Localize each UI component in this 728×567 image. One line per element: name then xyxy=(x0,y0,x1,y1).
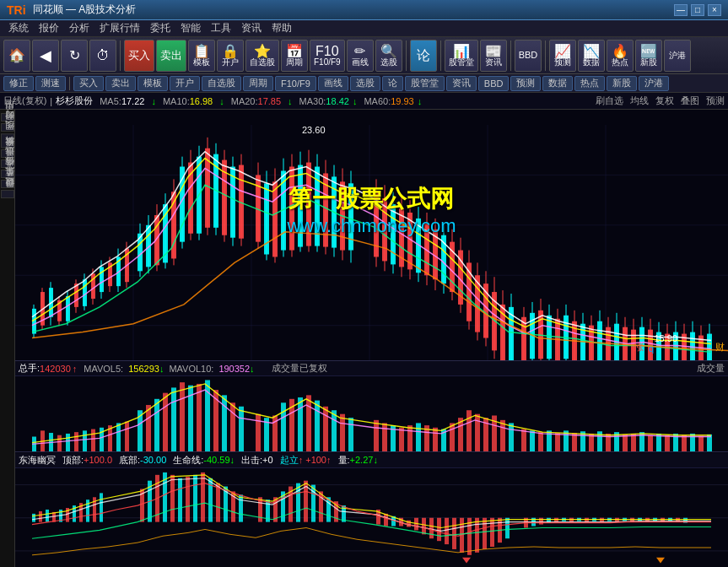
menu-tools[interactable]: 工具 xyxy=(206,20,236,37)
sep-tb2-1 xyxy=(69,77,70,90)
tb-ipo[interactable]: 🆕 新股 xyxy=(635,40,662,72)
menu-ai[interactable]: 智能 xyxy=(175,20,206,37)
tb2-data[interactable]: 数据 xyxy=(542,76,573,91)
toolbar: 🏠 ◀ ↻ ⏱ 买入 卖出 📋 模板 🔒 开户 ⭐ 自选股 📅 周期 F10 F… xyxy=(0,37,728,74)
tb-info[interactable]: 📰 资讯 xyxy=(480,40,507,72)
tb2-watchlist[interactable]: 自选股 xyxy=(202,76,241,91)
svg-rect-217 xyxy=(521,429,526,452)
tb2-speed[interactable]: 测速 xyxy=(35,76,66,91)
menu-help[interactable]: 帮助 xyxy=(267,20,297,37)
svg-rect-173 xyxy=(116,424,121,452)
tb-select[interactable]: 🔍 选股 xyxy=(375,40,402,72)
tb-data[interactable]: 📉 数据 xyxy=(578,40,605,72)
sidebar-ranking[interactable]: 综合排名 xyxy=(1,170,14,178)
rise-label: 涨 xyxy=(634,341,644,354)
menu-analysis[interactable]: 分析 xyxy=(64,20,94,37)
indicator-svg xyxy=(15,468,728,568)
price-low-label: 15.90 xyxy=(654,333,677,343)
tb2-draw[interactable]: 画线 xyxy=(318,76,348,91)
sep5 xyxy=(545,40,546,71)
svg-rect-199 xyxy=(348,418,353,451)
maximize-button[interactable]: □ xyxy=(691,4,704,16)
svg-rect-177 xyxy=(154,399,159,452)
chart-controls: 刷自选 均线 复权 叠图 预测 xyxy=(596,94,725,107)
ctrl-watchlist[interactable]: 刷自选 xyxy=(596,94,623,107)
minimize-button[interactable]: — xyxy=(674,4,688,16)
sidebar-stockinfo[interactable]: 个股资料 xyxy=(1,149,14,158)
chart-mode: 日线(复权) xyxy=(3,94,46,107)
app-title: 同花顺 — A股技术分析 xyxy=(33,3,137,17)
menu-entrust[interactable]: 委托 xyxy=(145,20,175,37)
tb-predict[interactable]: 📈 预测 xyxy=(549,40,576,72)
svg-rect-198 xyxy=(340,414,345,452)
svg-rect-264 xyxy=(216,483,220,521)
sidebar-kchart[interactable]: K线图 xyxy=(1,133,14,148)
tb2-mgmt[interactable]: 股管堂 xyxy=(405,76,445,91)
tb-template[interactable]: 📋 模板 xyxy=(188,40,215,72)
ctrl-overlay[interactable]: 叠图 xyxy=(681,94,699,107)
tb2-period[interactable]: 周期 xyxy=(243,76,273,91)
tb-hk[interactable]: 沪港 xyxy=(664,40,691,72)
sidebar-timechart[interactable]: 分时图 xyxy=(1,123,14,132)
tb-timer[interactable]: ⏱ xyxy=(89,40,116,72)
menu-quotes[interactable]: 报价 xyxy=(34,20,64,37)
sep2 xyxy=(406,40,407,71)
tb-account[interactable]: 🔒 开户 xyxy=(217,40,244,72)
tb-f10[interactable]: F10 F10/F9 xyxy=(310,40,345,72)
tb-buy[interactable]: 买入 xyxy=(124,40,154,72)
tb2-forum[interactable]: 论 xyxy=(382,76,403,91)
sidebar-superorder[interactable]: 超级盘口 xyxy=(1,190,14,198)
indicator-out-val: +0 xyxy=(262,455,273,465)
svg-rect-273 xyxy=(296,483,300,521)
menu-extended[interactable]: 扩展行情 xyxy=(94,20,145,37)
tb2-bbd[interactable]: BBD xyxy=(478,76,510,91)
svg-rect-295 xyxy=(490,517,494,546)
tb-bbd[interactable]: BBD xyxy=(515,40,542,72)
ma60-label: MA60: xyxy=(364,96,391,106)
tb-stock-mgmt[interactable]: 📊 股管堂 xyxy=(445,40,478,72)
svg-rect-207 xyxy=(433,428,438,452)
tb-watchlist[interactable]: ⭐ 自选股 xyxy=(245,40,279,72)
tb-hotspot[interactable]: 🔥 热点 xyxy=(607,40,634,72)
tb2-buy[interactable]: 买入 xyxy=(73,76,104,91)
tb-home[interactable]: 🏠 xyxy=(3,40,30,72)
svg-rect-262 xyxy=(201,472,205,521)
ctrl-predict[interactable]: 预测 xyxy=(706,94,725,107)
svg-rect-200 xyxy=(374,420,379,452)
tb2-news[interactable]: 资讯 xyxy=(446,76,477,91)
tb2-f10[interactable]: F10/F9 xyxy=(275,76,316,91)
svg-rect-221 xyxy=(555,433,560,451)
ma5-val: 17.22 xyxy=(121,96,145,106)
tb2-predict[interactable]: 预测 xyxy=(510,76,541,91)
svg-rect-244 xyxy=(39,510,42,521)
svg-rect-236 xyxy=(682,435,687,452)
ma20-val: 17.85 xyxy=(258,96,282,106)
ctrl-rights[interactable]: 复权 xyxy=(655,94,674,107)
sidebar-bulls[interactable]: 牛叉总监 xyxy=(1,180,14,188)
sidebar-app[interactable]: 应用 xyxy=(1,113,14,122)
tb-back[interactable]: ◀ xyxy=(32,40,59,72)
tb2-hk[interactable]: 沪港 xyxy=(639,76,669,91)
tb-period[interactable]: 📅 周期 xyxy=(281,40,308,72)
ctrl-maline[interactable]: 均线 xyxy=(630,94,649,107)
sep3 xyxy=(440,40,441,71)
tb-sell[interactable]: 卖出 xyxy=(156,40,186,72)
tb2-template[interactable]: 模板 xyxy=(138,76,168,91)
tb2-select[interactable]: 选股 xyxy=(350,76,380,91)
tb-draw[interactable]: ✏ 画线 xyxy=(347,40,374,72)
tb2-account[interactable]: 开户 xyxy=(170,76,200,91)
tb-forum[interactable]: 论 xyxy=(410,40,437,72)
tb2-sell[interactable]: 卖出 xyxy=(105,76,136,91)
menu-news[interactable]: 资讯 xyxy=(236,20,267,37)
tb2-modify[interactable]: 修正 xyxy=(3,76,34,91)
menu-system[interactable]: 系统 xyxy=(3,20,34,37)
tb2-hot[interactable]: 热点 xyxy=(574,76,605,91)
svg-rect-216 xyxy=(509,424,514,452)
tb-refresh[interactable]: ↻ xyxy=(61,40,88,72)
sidebar-watchlist[interactable]: 自选股 xyxy=(1,159,14,168)
close-button[interactable]: × xyxy=(708,4,721,16)
ma5-label: MA5: xyxy=(100,96,121,106)
tb2-ipo[interactable]: 新股 xyxy=(607,76,637,91)
svg-rect-167 xyxy=(66,434,70,451)
indicator-info-bar: 东海幽冥 顶部: +100.0 底部: -30.00 生命线: -40.59 ↓… xyxy=(15,453,728,468)
